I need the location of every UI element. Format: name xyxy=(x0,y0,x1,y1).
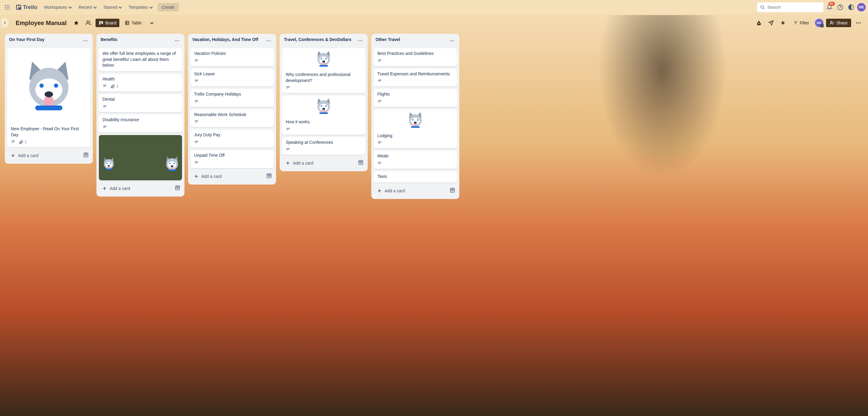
card[interactable]: We offer full time employees a range of … xyxy=(99,48,182,71)
add-card-button[interactable]: Add a card xyxy=(191,172,263,181)
card[interactable]: Disability Insurance xyxy=(99,115,182,132)
list: Other Travel Best Practices and Guidelin… xyxy=(371,34,459,199)
theme-button[interactable] xyxy=(846,2,856,12)
card-template-button[interactable] xyxy=(448,186,456,195)
help-button[interactable] xyxy=(835,2,845,12)
description-icon xyxy=(377,141,382,145)
card[interactable]: Sick Leave xyxy=(190,69,274,87)
svg-point-30 xyxy=(856,22,857,23)
visibility-button[interactable] xyxy=(84,18,93,28)
search-box[interactable] xyxy=(757,2,824,12)
card[interactable]: Trello Company Holidays xyxy=(190,89,274,107)
board-member-avatar[interactable]: HK xyxy=(815,19,824,27)
card-badges xyxy=(377,141,453,145)
board-menu-button[interactable] xyxy=(854,18,863,28)
card[interactable]: Why conferences and professional develop… xyxy=(282,48,365,93)
card[interactable]: How it works. xyxy=(282,95,365,135)
card-title: Travel Expenses and Reimbursements xyxy=(377,71,453,77)
card-template-button[interactable] xyxy=(82,151,90,160)
chevron-down-icon xyxy=(93,5,96,8)
card[interactable]: Unpaid Time Off xyxy=(190,150,274,168)
card-title: Dental xyxy=(102,96,179,102)
list-cards: We offer full time employees a range of … xyxy=(96,47,184,181)
card[interactable]: Dental xyxy=(99,94,182,112)
list-menu-button[interactable] xyxy=(265,37,273,46)
list-menu-button[interactable] xyxy=(448,37,456,46)
svg-line-13 xyxy=(763,8,764,9)
board-canvas[interactable]: On Your First Day New Employee - Read On… xyxy=(0,31,868,416)
card-title: Taxis xyxy=(377,174,453,180)
card[interactable]: Best Practices and Guidelines xyxy=(374,48,457,66)
card-badges xyxy=(194,58,270,63)
nav-workspaces[interactable]: Workspaces xyxy=(41,3,74,11)
search-icon xyxy=(760,5,765,10)
card[interactable]: Taxis xyxy=(374,171,457,183)
nav-starred[interactable]: Starred xyxy=(100,3,124,11)
card-title: Why conferences and professional develop… xyxy=(286,72,362,84)
card[interactable]: Health1 xyxy=(99,74,182,92)
nav-recent[interactable]: Recent xyxy=(76,3,99,11)
notifications-button[interactable]: 9+ xyxy=(825,2,834,12)
nav-templates[interactable]: Templates xyxy=(126,3,155,11)
card-title: Reasonable Work Schedule xyxy=(194,112,270,118)
card[interactable]: Meals xyxy=(374,151,457,169)
card[interactable] xyxy=(99,135,182,180)
description-icon xyxy=(377,99,382,104)
card-template-button[interactable] xyxy=(265,172,273,181)
card-badges xyxy=(102,104,179,109)
card-title: Sick Leave xyxy=(194,71,270,77)
svg-point-6 xyxy=(5,8,6,9)
add-card-button[interactable]: Add a card xyxy=(8,151,80,160)
powerup-drive-button[interactable] xyxy=(754,18,764,28)
card[interactable]: New Employee - Read On Your First Day1 xyxy=(7,48,90,147)
create-button[interactable]: Create xyxy=(158,3,179,11)
card[interactable]: Speaking at Conferences xyxy=(282,137,365,155)
card-template-button[interactable] xyxy=(174,184,181,193)
share-button[interactable]: Share xyxy=(826,19,851,27)
svg-point-46 xyxy=(178,40,179,41)
card-title: Health xyxy=(102,76,179,82)
list-title[interactable]: Vacation, Holidays, And Time Off xyxy=(192,37,265,43)
card[interactable]: Jury Duty Pay xyxy=(190,130,274,148)
search-input[interactable] xyxy=(767,5,820,10)
table-view-button[interactable]: Table xyxy=(122,19,144,27)
filter-button[interactable]: Filter xyxy=(790,19,812,27)
list-title[interactable]: Travel, Conferences & DevDollars xyxy=(284,37,356,43)
trello-logo[interactable]: Trello xyxy=(13,4,40,10)
card-badges xyxy=(286,147,362,152)
list-title[interactable]: Benefits xyxy=(101,37,173,43)
description-icon xyxy=(194,160,199,165)
description-icon xyxy=(194,58,199,63)
app-switcher-icon[interactable] xyxy=(2,2,12,12)
star-button[interactable] xyxy=(71,18,81,28)
card-template-button[interactable] xyxy=(357,158,365,168)
list-menu-button[interactable] xyxy=(82,37,89,46)
notification-badge: 9+ xyxy=(829,2,835,6)
card[interactable]: Flights xyxy=(374,89,457,107)
card-badges xyxy=(194,99,270,104)
svg-rect-18 xyxy=(101,21,101,24)
account-avatar[interactable]: HK xyxy=(857,3,866,11)
automation-button[interactable] xyxy=(778,18,788,28)
top-navigation: Trello Workspaces Recent Starred Templat… xyxy=(0,0,868,14)
list-menu-button[interactable] xyxy=(356,37,364,46)
card[interactable]: Vacation Policies xyxy=(190,48,274,66)
card-title: Best Practices and Guidelines xyxy=(377,51,453,57)
list-menu-button[interactable] xyxy=(173,37,181,46)
add-card-button[interactable]: Add a card xyxy=(283,158,354,168)
card-badges xyxy=(286,85,362,90)
powerup-rocket-button[interactable] xyxy=(766,18,776,28)
card[interactable]: Travel Expenses and Reimbursements xyxy=(374,69,457,87)
description-icon xyxy=(194,79,199,84)
board-title[interactable]: Employee Manual xyxy=(13,20,69,27)
card[interactable]: Reasonable Work Schedule xyxy=(190,110,274,127)
views-dropdown-button[interactable] xyxy=(147,18,157,28)
add-card-button[interactable]: Add a card xyxy=(374,186,446,195)
list-title[interactable]: On Your First Day xyxy=(9,37,82,43)
card-badges xyxy=(194,119,270,124)
board-view-button[interactable]: Board xyxy=(96,19,119,27)
card[interactable]: Lodging xyxy=(374,110,457,149)
add-card-button[interactable]: Add a card xyxy=(99,184,171,193)
list-title[interactable]: Other Travel xyxy=(375,37,448,43)
sidebar-expand-button[interactable] xyxy=(1,18,8,28)
